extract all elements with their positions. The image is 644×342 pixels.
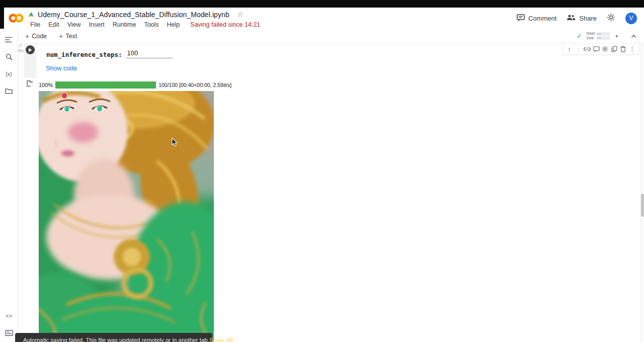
execution-check-icon: ✓ bbox=[17, 43, 25, 48]
resources-indicator[interactable]: RAM Disk bbox=[587, 32, 610, 40]
form-parameter-row: num_inference_steps: bbox=[46, 49, 173, 58]
generated-output-image bbox=[39, 91, 214, 342]
files-folder-icon[interactable] bbox=[5, 87, 14, 95]
progress-percent-label: 100% bbox=[39, 82, 53, 88]
colab-app: Udemy_Course_1_Advanced_Stable_Diffusion… bbox=[0, 0, 644, 342]
ram-usage-bar bbox=[597, 33, 610, 35]
scrollbar-thumb[interactable] bbox=[641, 194, 644, 217]
window-left-edge bbox=[0, 8, 4, 29]
disk-usage-bar bbox=[597, 37, 610, 39]
menu-runtime[interactable]: Runtime bbox=[109, 21, 140, 29]
toast-message: Automatic saving failed. This file was u… bbox=[23, 337, 209, 342]
runtime-connected-check-icon: ✓ bbox=[577, 32, 582, 40]
header-actions: Comment Share bbox=[517, 8, 637, 29]
search-icon[interactable] bbox=[5, 53, 14, 61]
move-cell-down-icon[interactable]: ↓ bbox=[575, 45, 582, 53]
plus-icon: + bbox=[59, 33, 63, 39]
window-top-bar bbox=[0, 0, 644, 8]
menu-view[interactable]: View bbox=[64, 21, 85, 29]
run-cell-button[interactable] bbox=[26, 45, 35, 54]
title-block: Udemy_Course_1_Advanced_Stable_Diffusion… bbox=[28, 10, 260, 29]
table-of-contents-icon[interactable] bbox=[5, 36, 14, 44]
menu-bar: File Edit View Insert Runtime Tools Help… bbox=[28, 21, 260, 29]
add-code-label: Code bbox=[32, 33, 47, 40]
save-status-text[interactable]: Saving failed since 14:21 bbox=[190, 21, 260, 28]
add-code-button[interactable]: + Code bbox=[20, 31, 52, 41]
menu-insert[interactable]: Insert bbox=[86, 21, 108, 29]
header: Udemy_Course_1_Advanced_Stable_Diffusion… bbox=[4, 8, 644, 29]
show-diff-link[interactable]: Show diff bbox=[209, 337, 233, 342]
parameter-value-input[interactable] bbox=[126, 49, 173, 58]
cell-toolbar: ↑ ↓ bbox=[562, 43, 639, 55]
avatar-initial: V bbox=[629, 15, 633, 22]
add-text-button[interactable]: + Text bbox=[54, 31, 82, 41]
cell-execution-indicator: ✓ 45s bbox=[17, 43, 25, 53]
mirror-cell-icon[interactable] bbox=[610, 46, 618, 52]
move-cell-up-icon[interactable]: ↑ bbox=[566, 45, 573, 53]
add-text-label: Text bbox=[65, 33, 77, 40]
delete-cell-icon[interactable] bbox=[619, 46, 627, 52]
notebook-title[interactable]: Udemy_Course_1_Advanced_Stable_Diffusion… bbox=[38, 11, 229, 19]
share-button[interactable]: Share bbox=[567, 14, 597, 22]
add-comment-icon[interactable] bbox=[593, 46, 600, 52]
colab-logo-icon[interactable] bbox=[8, 13, 24, 26]
autosave-failed-toast: Automatic saving failed. This file was u… bbox=[15, 333, 212, 342]
left-sidebar: {x} <> bbox=[0, 29, 18, 342]
chevron-up-icon bbox=[630, 34, 637, 39]
share-people-icon bbox=[567, 14, 576, 22]
comment-label: Comment bbox=[528, 15, 556, 22]
progress-bar bbox=[55, 81, 156, 89]
terminal-icon[interactable] bbox=[5, 329, 14, 337]
code-snippets-icon[interactable]: <> bbox=[5, 312, 14, 320]
comment-button[interactable]: Comment bbox=[517, 14, 556, 23]
notebook-toolbar: + Code + Text ✓ RAM Disk ▾ bbox=[18, 29, 644, 44]
menu-tools[interactable]: Tools bbox=[140, 21, 162, 29]
menu-help[interactable]: Help bbox=[164, 21, 184, 29]
star-icon[interactable]: ☆ bbox=[237, 11, 244, 18]
cell-output-icon[interactable] bbox=[26, 80, 33, 89]
progress-fill bbox=[55, 81, 156, 89]
collapse-sections-button[interactable] bbox=[630, 34, 637, 39]
cell-gutter bbox=[24, 43, 36, 78]
toolbar-right: ✓ RAM Disk ▾ bbox=[577, 32, 644, 40]
comment-icon bbox=[517, 14, 525, 23]
progress-stats-text: 100/100 [00:40<00:00, 2.59it/s] bbox=[158, 82, 231, 88]
mouse-cursor bbox=[172, 138, 178, 149]
menu-edit[interactable]: Edit bbox=[45, 21, 63, 29]
tqdm-progress: 100% 100/100 [00:40<00:00, 2.59it/s] bbox=[39, 81, 231, 89]
show-code-link[interactable]: Show code bbox=[46, 65, 77, 72]
gear-icon bbox=[607, 13, 615, 23]
runtime-dropdown-caret[interactable]: ▾ bbox=[615, 34, 618, 39]
open-editor-settings-icon[interactable] bbox=[601, 46, 609, 52]
disk-label: Disk bbox=[587, 36, 595, 40]
settings-button[interactable] bbox=[607, 13, 615, 23]
more-cell-actions-icon[interactable]: ⋮ bbox=[628, 45, 636, 53]
play-icon bbox=[28, 48, 32, 52]
vertical-scrollbar[interactable] bbox=[640, 44, 644, 342]
plus-icon: + bbox=[25, 33, 29, 39]
parameter-name-label: num_inference_steps: bbox=[46, 51, 122, 58]
avatar[interactable]: V bbox=[625, 13, 637, 24]
share-label: Share bbox=[579, 15, 597, 22]
menu-file[interactable]: File bbox=[28, 21, 44, 29]
ram-label: RAM bbox=[587, 32, 595, 36]
variables-icon[interactable]: {x} bbox=[5, 70, 14, 78]
execution-time: 45s bbox=[17, 48, 25, 53]
copy-link-to-cell-icon[interactable] bbox=[584, 47, 591, 51]
drive-icon bbox=[28, 10, 34, 19]
